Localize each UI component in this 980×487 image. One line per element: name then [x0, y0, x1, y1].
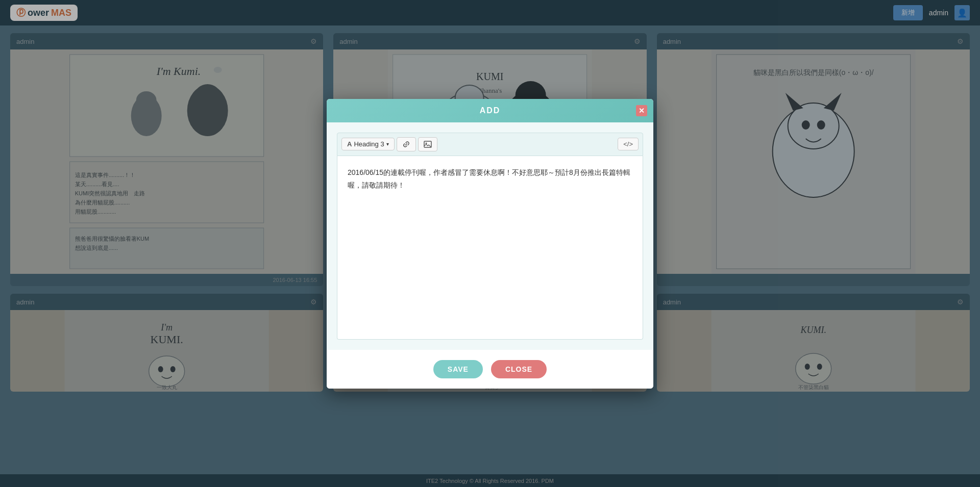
image-button[interactable]	[418, 137, 437, 151]
modal-title: ADD	[480, 106, 501, 115]
heading-letter-icon: A	[347, 140, 352, 148]
modal-footer: SAVE CLOSE	[327, 350, 653, 389]
heading-chevron-icon: ▾	[386, 141, 389, 147]
heading-label: Heading 3	[354, 140, 384, 148]
editor-toolbar: A Heading 3 ▾ </>	[337, 133, 643, 156]
modal-x-button[interactable]: ✕	[636, 105, 647, 116]
close-button[interactable]: CLOSE	[491, 360, 547, 378]
code-button[interactable]: </>	[618, 138, 639, 150]
modal-overlay: ADD ✕ A Heading 3 ▾	[0, 0, 980, 487]
editor-line-1: 2016/06/15的連載停刊喔，作者感冒了需要休息啊！不好意思耶～預計8月份推…	[348, 166, 632, 179]
add-modal: ADD ✕ A Heading 3 ▾	[327, 99, 653, 389]
svg-point-61	[425, 142, 427, 144]
editor-line-2: 喔，請敬請期待！	[348, 179, 632, 192]
editor-area[interactable]: 2016/06/15的連載停刊喔，作者感冒了需要休息啊！不好意思耶～預計8月份推…	[337, 156, 643, 340]
heading-dropdown-button[interactable]: A Heading 3 ▾	[341, 138, 395, 150]
save-button[interactable]: SAVE	[433, 360, 483, 378]
modal-body: A Heading 3 ▾ </>	[327, 122, 653, 350]
modal-header: ADD ✕	[327, 99, 653, 122]
link-button[interactable]	[397, 137, 416, 151]
